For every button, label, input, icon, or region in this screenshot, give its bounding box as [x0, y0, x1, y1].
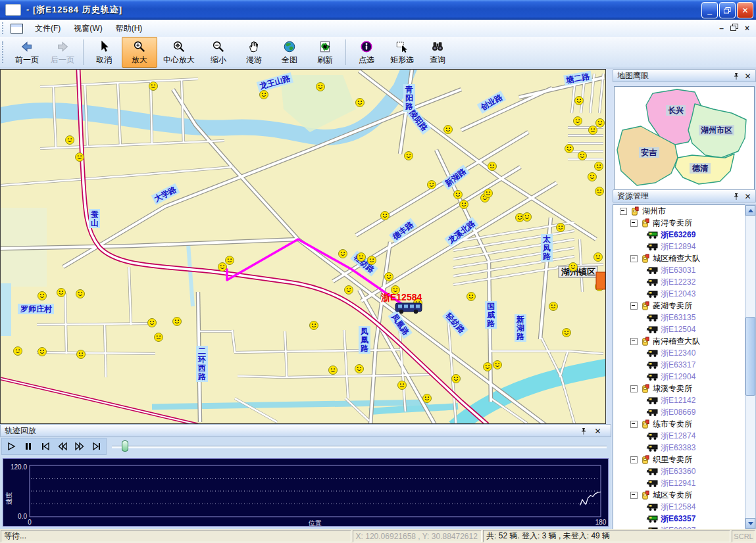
skip-end-button[interactable] [89, 439, 105, 454]
tree-vehicle[interactable]: 浙E63383 [613, 442, 745, 454]
slider-thumb[interactable] [122, 440, 128, 452]
vehicle-marker-smiley[interactable] [467, 293, 476, 301]
vehicle-marker-smiley[interactable] [444, 126, 453, 134]
vehicle-marker-smiley[interactable] [173, 318, 182, 326]
tree-vehicle[interactable]: 浙E12232 [613, 276, 745, 288]
vehicle-marker-smiley[interactable] [549, 302, 558, 311]
vehicle-marker-smiley[interactable] [155, 333, 163, 342]
tree-vehicle[interactable]: 浙E63031 [613, 264, 745, 276]
vehicle-marker-smiley[interactable] [596, 119, 605, 128]
vehicle-marker-smiley[interactable] [405, 152, 413, 160]
tree-vehicle[interactable]: 浙E12941 [613, 477, 745, 489]
playback-slider[interactable] [112, 438, 607, 455]
eagle-eye-pin-button[interactable] [731, 72, 741, 81]
scrollbar-up-button[interactable] [745, 205, 755, 216]
toolbar-gripper[interactable] [2, 41, 6, 63]
tracked-vehicle[interactable]: 浙E12584 [381, 292, 422, 314]
expand-collapse-box[interactable] [630, 338, 638, 345]
eagle-eye-map[interactable]: 长兴湖州市区安吉德清 [614, 86, 755, 191]
tree-vehicle[interactable]: 浙E12904 [613, 371, 745, 383]
toolbar-button-refresh[interactable]: 刷新 [307, 37, 343, 68]
toolbar-button-cursor[interactable]: 取消 [86, 37, 122, 68]
resources-pin-button[interactable] [731, 192, 741, 201]
resources-close-button[interactable]: ✕ [743, 192, 753, 201]
expand-collapse-box[interactable] [630, 492, 638, 499]
vehicle-marker-smiley[interactable] [260, 91, 268, 99]
expand-collapse-box[interactable] [630, 385, 638, 392]
eagle-eye-close-button[interactable]: ✕ [743, 72, 753, 81]
tree-vehicle[interactable]: 浙E12894 [613, 241, 745, 252]
tree-root[interactable]: 湖州市 [613, 205, 745, 217]
tree-group[interactable]: 城区稽查大队 [613, 252, 745, 264]
vehicle-marker-smiley[interactable] [345, 286, 353, 295]
menubar-gripper[interactable] [2, 22, 6, 34]
rewind-button[interactable] [55, 439, 70, 454]
expand-collapse-box[interactable] [630, 456, 638, 463]
tree-group[interactable]: 城区专卖所 [613, 489, 745, 501]
tree-group[interactable]: 练市专卖所 [613, 418, 745, 430]
vehicle-marker-smiley[interactable] [557, 224, 565, 232]
scrollbar-down-button[interactable] [745, 518, 755, 529]
vehicle-marker-smiley[interactable] [148, 319, 157, 327]
toolbar-button-rect-select[interactable]: 矩形选 [384, 37, 420, 68]
vehicle-marker-smiley[interactable] [329, 366, 338, 375]
tree-vehicle[interactable]: 浙E12504 [613, 323, 745, 335]
resource-tree-scrollbar[interactable] [745, 204, 756, 529]
vehicle-marker-smiley[interactable] [76, 153, 84, 162]
vehicle-marker-smiley[interactable] [218, 263, 227, 272]
vehicle-marker-smiley[interactable] [423, 394, 432, 403]
vehicle-marker-smiley[interactable] [595, 162, 603, 171]
tree-vehicle[interactable]: 浙E12043 [613, 288, 745, 300]
tree-vehicle[interactable]: 浙E63135 [613, 312, 745, 323]
expand-collapse-box[interactable] [630, 421, 638, 428]
tree-group[interactable]: 南浔稽查大队 [613, 335, 745, 347]
toolbar-button-zoom-in[interactable]: 放大 [122, 37, 157, 68]
vehicle-marker-smiley[interactable] [381, 212, 390, 220]
vehicle-marker-smiley[interactable] [226, 256, 234, 265]
vehicle-marker-smiley[interactable] [493, 361, 502, 369]
tree-group[interactable]: 菱湖专卖所 [613, 300, 745, 312]
vehicle-marker-smiley[interactable] [578, 152, 587, 160]
vehicle-marker-smiley[interactable] [316, 83, 325, 91]
toolbar-button-globe[interactable]: 全图 [272, 37, 307, 68]
tree-vehicle[interactable]: 浙E63317 [613, 359, 745, 371]
vehicle-marker-smiley[interactable] [565, 145, 574, 153]
resource-tree[interactable]: 湖州市南浔专卖所浙E63269浙E12894城区稽查大队浙E63031浙E122… [613, 204, 745, 531]
vehicle-marker-smiley[interactable] [452, 375, 461, 383]
vehicle-marker-smiley[interactable] [398, 381, 407, 390]
close-button[interactable]: ✕ [737, 2, 753, 18]
pause-button[interactable] [20, 439, 36, 454]
tree-vehicle[interactable]: 浙E12584 [613, 501, 745, 513]
vehicle-marker-smiley[interactable] [38, 292, 47, 300]
playback-close-button[interactable]: ✕ [593, 427, 603, 436]
vehicle-marker-smiley[interactable] [523, 213, 532, 222]
map-view[interactable]: 龙王山路青阳路陵阳路创业路塘二路大学路新湖路德丰路龙溪北路轻纺路轻纺路太凤路凤凰… [0, 69, 606, 424]
expand-collapse-box[interactable] [630, 302, 638, 310]
vehicle-marker-smiley[interactable] [574, 117, 582, 126]
vehicle-marker-smiley[interactable] [385, 273, 393, 281]
menu-item-0[interactable]: 文件(F) [28, 21, 67, 36]
vehicle-marker-smiley[interactable] [149, 82, 158, 91]
tree-group[interactable]: 南浔专卖所 [613, 217, 745, 229]
toolbar-button-zoom-center[interactable]: 中心放大 [157, 37, 201, 68]
mdi-restore-button[interactable] [730, 24, 738, 33]
vehicle-marker-smiley[interactable] [14, 347, 22, 356]
tree-vehicle[interactable]: 浙E08669 [613, 406, 745, 418]
tree-vehicle[interactable]: 浙E63269 [613, 229, 745, 241]
tree-vehicle[interactable]: 浙E12142 [613, 394, 745, 406]
toolbar-button-prev-page[interactable]: 前一页 [9, 37, 45, 68]
toolbar-button-info-select[interactable]: 点选 [349, 37, 384, 68]
vehicle-marker-smiley[interactable] [356, 99, 365, 107]
play-button[interactable] [3, 439, 19, 454]
mdi-child-icon[interactable] [11, 24, 23, 34]
vehicle-marker-smiley[interactable] [595, 187, 604, 196]
tree-group[interactable]: 埭溪专卖所 [613, 383, 745, 394]
vehicle-marker-smiley[interactable] [38, 348, 47, 356]
vehicle-marker-smiley[interactable] [66, 136, 74, 145]
toolbar-button-binoculars[interactable]: 查询 [420, 37, 455, 68]
skip-start-button[interactable] [38, 439, 53, 454]
expand-collapse-box[interactable] [620, 208, 627, 215]
expand-collapse-box[interactable] [630, 220, 638, 227]
fast-forward-button[interactable] [72, 439, 88, 454]
restore-button[interactable] [719, 2, 736, 18]
